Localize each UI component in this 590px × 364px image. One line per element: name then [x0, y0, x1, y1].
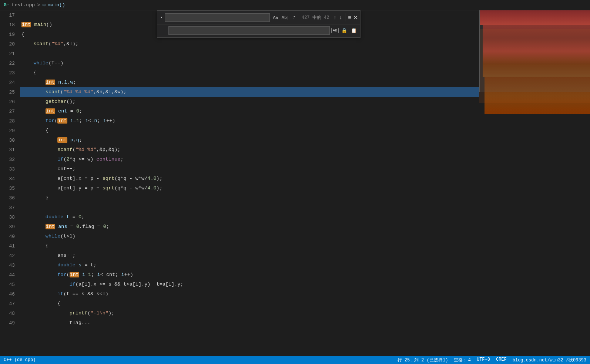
- line-number: 46: [1, 291, 20, 297]
- line-content[interactable]: {: [20, 299, 479, 309]
- code-line[interactable]: 28 for(int i=1; i<=n; i++): [0, 116, 479, 126]
- line-number: 49: [1, 320, 20, 326]
- replace-action-button[interactable]: 📋: [350, 27, 358, 35]
- line-number: 44: [1, 272, 20, 278]
- find-prev-button[interactable]: ↑: [333, 13, 337, 21]
- line-content[interactable]: a[cnt].x = p - sqrt(q*q - w*w/4.0);: [20, 174, 479, 183]
- replace-preserve-case-button[interactable]: 🔒: [340, 27, 348, 35]
- line-content[interactable]: int n,l,w;: [20, 78, 479, 87]
- line-content[interactable]: double t = 0;: [20, 212, 479, 222]
- code-line[interactable]: 23 {: [0, 68, 479, 78]
- code-line[interactable]: 34 a[cnt].x = p - sqrt(q*q - w*w/4.0);: [0, 174, 479, 183]
- code-line[interactable]: 33 cnt++;: [0, 164, 479, 174]
- breadcrumb-file[interactable]: test.cpp: [12, 2, 35, 8]
- line-content[interactable]: scanf("%d %d %d",&n,&l,&w);: [20, 87, 479, 97]
- code-line[interactable]: 43 double s = t;: [0, 260, 479, 270]
- line-number: 48: [1, 311, 20, 316]
- line-number: 34: [1, 176, 20, 182]
- find-next-button[interactable]: ↓: [339, 13, 343, 21]
- code-line[interactable]: 32 if(2*q <= w) continue;: [0, 155, 479, 164]
- code-line[interactable]: 21: [0, 49, 479, 58]
- status-spaces[interactable]: 空格: 4: [454, 357, 471, 363]
- line-number: 29: [1, 128, 20, 134]
- find-count: 427 中的 42: [302, 14, 329, 21]
- code-line[interactable]: 24💡 int n,l,w;: [0, 78, 479, 87]
- line-content[interactable]: int ans = 0,flag = 0;: [20, 222, 479, 232]
- code-line[interactable]: 26 getchar();: [0, 97, 479, 107]
- code-line[interactable]: 29 {: [0, 126, 479, 135]
- line-content[interactable]: ans++;: [20, 251, 479, 260]
- line-number: 20: [1, 41, 20, 47]
- find-regex-button[interactable]: .*: [290, 13, 298, 21]
- line-content[interactable]: flag...: [20, 318, 479, 328]
- find-whole-word-button[interactable]: Ab|: [281, 13, 289, 21]
- replace-input[interactable]: [168, 26, 330, 35]
- line-content[interactable]: a[cnt].y = p + sqrt(q*q - w*w/4.0);: [20, 183, 479, 193]
- code-line[interactable]: 42 ans++;: [0, 251, 479, 260]
- find-close-button[interactable]: ✕: [353, 13, 358, 21]
- line-content[interactable]: {: [20, 68, 479, 78]
- line-number: 33: [1, 166, 20, 172]
- line-content[interactable]: getchar();: [20, 97, 479, 107]
- line-content[interactable]: while(T--): [20, 58, 479, 68]
- code-line[interactable]: 35 a[cnt].y = p + sqrt(q*q - w*w/4.0);: [0, 183, 479, 193]
- code-line[interactable]: 30 int p,q;: [0, 135, 479, 145]
- code-line[interactable]: 46 if(t == s && s<l): [0, 289, 479, 299]
- code-line[interactable]: 47 {: [0, 299, 479, 309]
- line-content[interactable]: printf("-1\n");: [20, 309, 479, 318]
- line-content[interactable]: int p,q;: [20, 135, 479, 145]
- breadcrumb-func[interactable]: main(): [48, 2, 65, 8]
- code-line[interactable]: 38 double t = 0;: [0, 212, 479, 222]
- find-collapse-toggle[interactable]: ▾: [160, 14, 163, 21]
- line-content[interactable]: for(int i=1; i<=cnt; i++): [20, 270, 479, 280]
- code-line[interactable]: 48 printf("-1\n");: [0, 309, 479, 318]
- line-content[interactable]: {: [20, 241, 479, 251]
- status-encoding[interactable]: UTF-8: [477, 357, 490, 363]
- code-line[interactable]: 40 while(t<l): [0, 232, 479, 241]
- code-line[interactable]: 45 if(a[i].x <= s && t<a[i].y) t=a[i].y;: [0, 280, 479, 289]
- line-content[interactable]: scanf("%d",&T);: [20, 39, 479, 49]
- status-right: 行 25，列 2 (已选择1) 空格: 4 UTF-8 CREF blog.cs…: [398, 357, 586, 363]
- status-position[interactable]: 行 25，列 2 (已选择1): [398, 357, 448, 363]
- line-content[interactable]: if(t == s && s<l): [20, 289, 479, 299]
- breadcrumb-bar: G· test.cpp > ⊙ main(): [0, 0, 590, 10]
- minimap-viewport[interactable]: [479, 10, 590, 92]
- line-number: 47: [1, 301, 20, 307]
- code-line[interactable]: 25 scanf("%d %d %d",&n,&l,&w);: [0, 87, 479, 97]
- code-line[interactable]: 39 int ans = 0,flag = 0;: [0, 222, 479, 232]
- line-content[interactable]: while(t<l): [20, 232, 479, 241]
- replace-row: AB 🔒 📋: [157, 24, 360, 37]
- line-content[interactable]: if(2*q <= w) continue;: [20, 155, 479, 164]
- line-number: 27: [1, 109, 20, 114]
- find-menu-button[interactable]: ≡: [348, 13, 352, 21]
- code-line[interactable]: 44 for(int i=1; i<=cnt; i++): [0, 270, 479, 280]
- find-match-case-button[interactable]: Aa: [271, 13, 279, 21]
- line-content[interactable]: for(int i=1; i<=n; i++): [20, 116, 479, 126]
- line-number: 28: [1, 118, 20, 124]
- line-content[interactable]: double s = t;: [20, 260, 479, 270]
- line-number: 42: [1, 253, 20, 259]
- replace-ab-badge: AB: [331, 28, 339, 33]
- code-line[interactable]: 37: [0, 203, 479, 212]
- status-file-type[interactable]: C++ (de cpp): [4, 357, 36, 363]
- code-line[interactable]: 36 }: [0, 193, 479, 203]
- code-area[interactable]: ▾ Aa Ab| .* 427 中的 42 ↑ ↓ ≡ ✕ AB 🔒 📋: [0, 10, 479, 356]
- code-line[interactable]: 27 int cnt = 0;: [0, 107, 479, 116]
- code-line[interactable]: 49 flag...: [0, 318, 479, 328]
- status-extra: blog.csdn.net/win32_/状09393: [513, 357, 586, 363]
- code-line[interactable]: 22 while(T--): [0, 58, 479, 68]
- minimap[interactable]: [479, 10, 590, 356]
- line-content[interactable]: if(a[i].x <= s && t<a[i].y) t=a[i].y;: [20, 280, 479, 289]
- line-content[interactable]: cnt++;: [20, 164, 479, 174]
- status-format[interactable]: CREF: [496, 357, 507, 363]
- minimap-canvas: [479, 10, 590, 356]
- line-content[interactable]: }: [20, 193, 479, 203]
- line-content[interactable]: {: [20, 126, 479, 135]
- line-content[interactable]: int cnt = 0;: [20, 107, 479, 116]
- code-line[interactable]: 31 scanf("%d %d",&p,&q);: [0, 145, 479, 155]
- line-number: 31: [1, 147, 20, 153]
- code-line[interactable]: 20 scanf("%d",&T);: [0, 39, 479, 49]
- search-input[interactable]: [165, 13, 270, 22]
- line-content[interactable]: scanf("%d %d",&p,&q);: [20, 145, 479, 155]
- code-line[interactable]: 41 {: [0, 241, 479, 251]
